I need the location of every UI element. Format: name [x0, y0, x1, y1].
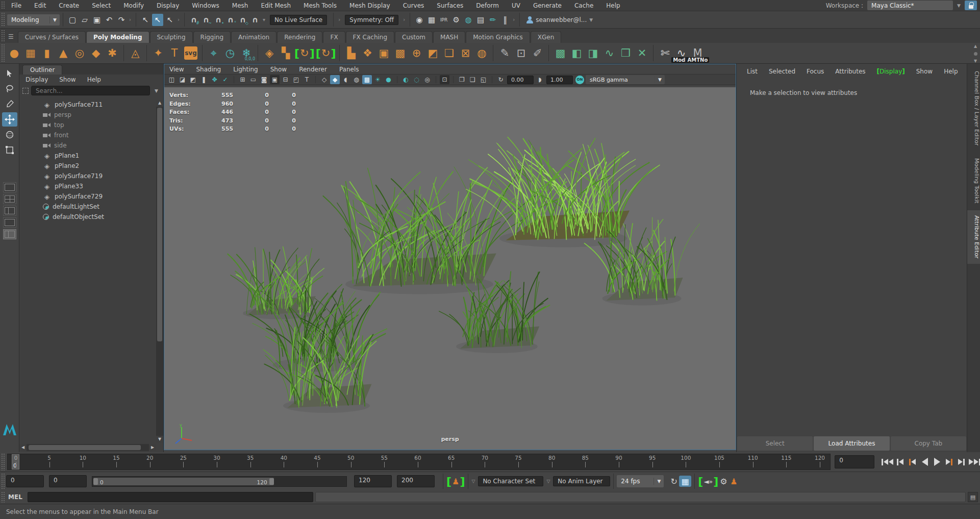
smooth-shade-mode-icon[interactable]: ◆ [330, 75, 340, 84]
undo-icon[interactable]: ↶ [104, 14, 115, 26]
playblast-icon[interactable]: ▦ [679, 476, 691, 487]
script-editor-icon[interactable]: ▤ [968, 492, 978, 502]
menu-mesh-tools[interactable]: Mesh Tools [304, 2, 337, 9]
snap-together-icon[interactable]: ∩ [249, 14, 261, 26]
range-end-handle[interactable] [269, 478, 274, 485]
select-component-icon[interactable]: ↖ [164, 14, 175, 26]
anim-layer-arrow-icon[interactable]: ▽ [546, 479, 550, 484]
outliner-search-input[interactable]: Search... [31, 86, 150, 95]
range-slider-track[interactable]: 0 120 [92, 476, 347, 487]
live-surface-field[interactable]: No Live Surface [270, 15, 327, 25]
default-material-icon[interactable]: ◍ [351, 75, 361, 84]
render-current-frame-icon[interactable]: ▦ [426, 14, 437, 26]
shelf-tab-rendering[interactable]: Rendering [277, 31, 322, 43]
symmetry-field[interactable]: Symmetry: Off [345, 15, 398, 25]
select-tool-button[interactable] [2, 66, 17, 81]
snap-projected-center-icon[interactable]: ∩° [225, 14, 236, 26]
menu-file[interactable]: File [11, 2, 21, 9]
bevel-icon[interactable]: ❖ [360, 45, 375, 61]
field-chart-icon[interactable]: ⊟ [281, 75, 290, 84]
film-gate-icon[interactable]: ▭ [248, 75, 258, 84]
outliner-item-front[interactable]: front [19, 130, 156, 140]
color-space-dropdown[interactable]: sRGB gamma▼ [586, 75, 665, 84]
menu-curves[interactable]: Curves [403, 2, 424, 9]
selection-filter-icon[interactable] [22, 88, 29, 94]
sidebar-tab-attribute-editor[interactable]: Attribute Editor [967, 210, 980, 264]
quad-draw-icon[interactable]: ▩ [552, 45, 568, 61]
select-button[interactable]: Select [737, 436, 813, 451]
viewport-menu-view[interactable]: View [169, 66, 184, 73]
step-back-key-button[interactable] [908, 456, 918, 467]
redo-icon[interactable]: ↷ [116, 14, 127, 26]
quad-fill-icon[interactable]: ◩ [425, 45, 440, 61]
play-forwards-button[interactable] [932, 456, 942, 467]
pause-viewport-icon[interactable]: ‖ [499, 14, 511, 26]
shelf-grip[interactable] [1, 30, 5, 42]
menu-mesh[interactable]: Mesh [232, 2, 248, 9]
combine-icon[interactable]: ◈ [262, 45, 277, 61]
bridge-icon[interactable]: ▣ [376, 45, 391, 61]
circularize-icon[interactable]: ⊕ [409, 45, 424, 61]
create-curve-icon[interactable]: ✎ [497, 45, 512, 61]
play-backwards-button[interactable] [920, 456, 930, 467]
edit-points-icon[interactable]: ⊡ [513, 45, 529, 61]
poly-disc-icon[interactable]: ✱ [105, 45, 120, 61]
menu-select[interactable]: Select [92, 2, 111, 9]
menu-edit[interactable]: Edit [34, 2, 46, 9]
menu-surfaces[interactable]: Surfaces [437, 2, 463, 9]
select-object-icon[interactable]: ↖ [152, 14, 163, 26]
shelf-tab-fx-caching[interactable]: FX Caching [346, 31, 394, 43]
viewport-canvas[interactable]: Verts:55500Edges:96000Faces:44600Tris:47… [164, 87, 736, 450]
viewport-menu-panels[interactable]: Panels [339, 66, 359, 73]
image-plane-icon[interactable]: ❚ [199, 75, 209, 84]
snap-to-points-icon[interactable]: ∩• [213, 14, 224, 26]
auto-keyframe-icon[interactable]: ♟ [728, 477, 739, 486]
outliner-menu-show[interactable]: Show [59, 76, 76, 83]
snap-to-curves-icon[interactable]: ∩~ [200, 14, 212, 26]
outliner-item-defaultobjectset[interactable]: defaultObjectSet [19, 212, 156, 222]
shelf-tab-custom[interactable]: Custom [395, 31, 433, 43]
shelf-scrollbar[interactable]: ▲ ▼ [972, 44, 979, 63]
script-output-field[interactable] [315, 492, 966, 502]
exposure-icon[interactable]: ↻ [496, 75, 506, 84]
current-time-field[interactable]: 0 [835, 455, 874, 468]
menu-generate[interactable]: Generate [533, 2, 562, 9]
multi-cut-icon[interactable]: ▩ [392, 45, 408, 61]
step-forward-key-button[interactable] [944, 456, 954, 467]
menu-edit-mesh[interactable]: Edit Mesh [261, 2, 291, 9]
snap-to-grid-icon[interactable]: ∩# [188, 14, 199, 26]
character-set-field[interactable]: No Character Set [478, 476, 543, 486]
menu-modify[interactable]: Modify [123, 2, 144, 9]
playback-end-field[interactable]: 120 [354, 475, 392, 487]
attr-menu-selected[interactable]: Selected [769, 68, 795, 75]
menu-display[interactable]: Display [157, 2, 179, 9]
shelf-menu-icon[interactable]: ☰ [8, 33, 14, 40]
character-key-icon[interactable]: ♟ [446, 475, 465, 488]
pivot-icon[interactable]: ✓ [220, 75, 230, 84]
shelf-scroll-up-icon[interactable]: ▲ [974, 44, 977, 48]
shelf-tab-xgen[interactable]: XGen [531, 31, 562, 43]
attr-menu-display[interactable]: Display [877, 68, 905, 75]
outliner-item-pplane2[interactable]: ◈pPlane2 [19, 161, 156, 171]
step-back-frame-button[interactable] [895, 456, 906, 467]
outliner-horizontal-scrollbar[interactable]: ◀ ▶ [19, 444, 156, 451]
sidebar-tab-modeling-toolkit[interactable]: Modeling Toolkit [967, 153, 980, 209]
scroll-up-icon[interactable]: ▲ [156, 100, 163, 107]
shelf-tab-fx[interactable]: FX [323, 31, 345, 43]
attr-menu-show[interactable]: Show [916, 68, 933, 75]
range-grip[interactable] [1, 473, 5, 489]
shelf-scroll-thumb[interactable] [974, 52, 977, 56]
camera-attributes-icon[interactable]: ◪ [178, 75, 187, 84]
cross-section-icon[interactable]: ✕ [634, 45, 649, 61]
move-to-origin-icon[interactable]: ❄0,0,0 [239, 45, 254, 61]
viewport-menu-show[interactable]: Show [270, 66, 287, 73]
hscroll-thumb[interactable] [29, 445, 141, 450]
animation-start-field[interactable]: 0 [6, 475, 44, 487]
save-scene-icon[interactable]: ▣ [91, 14, 103, 26]
rotate-tool-button[interactable] [2, 128, 17, 142]
poly-cube-icon[interactable]: ▦ [23, 45, 38, 61]
command-language-label[interactable]: MEL [8, 493, 22, 501]
character-set-arrow-icon[interactable]: ▽ [471, 479, 475, 484]
grid-toggle-icon[interactable]: ⊞ [238, 75, 247, 84]
scroll-left-icon[interactable]: ◀ [19, 444, 27, 451]
